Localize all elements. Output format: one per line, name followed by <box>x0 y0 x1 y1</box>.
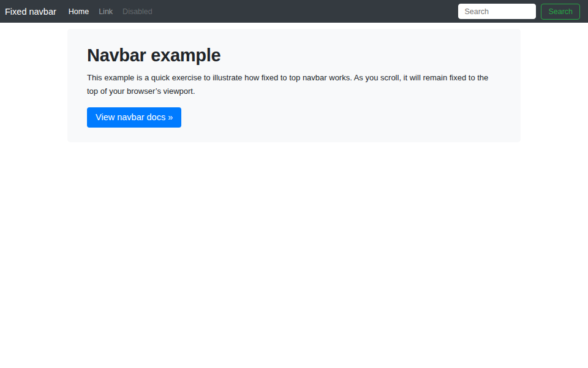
search-submit-button[interactable]: Search <box>541 4 580 20</box>
top-navbar: Fixed navbar Home Link Disabled Search <box>0 0 588 23</box>
nav-item: Link <box>94 7 118 16</box>
page-description: This example is a quick exercise to illu… <box>87 71 501 98</box>
jumbotron: Navbar example This example is a quick e… <box>67 29 521 142</box>
nav-item: Disabled <box>118 7 157 16</box>
navbar-brand[interactable]: Fixed navbar <box>5 7 56 17</box>
nav-item-home[interactable]: Home <box>64 7 94 16</box>
nav-item: Home <box>64 7 94 16</box>
navbar-search-form: Search <box>458 4 580 20</box>
nav-item-disabled: Disabled <box>118 7 157 16</box>
search-input[interactable] <box>458 4 536 19</box>
nav-item-link[interactable]: Link <box>94 7 118 16</box>
page-title: Navbar example <box>87 45 501 66</box>
navbar-nav: Home Link Disabled <box>64 7 157 16</box>
view-navbar-docs-button[interactable]: View navbar docs » <box>87 107 181 128</box>
